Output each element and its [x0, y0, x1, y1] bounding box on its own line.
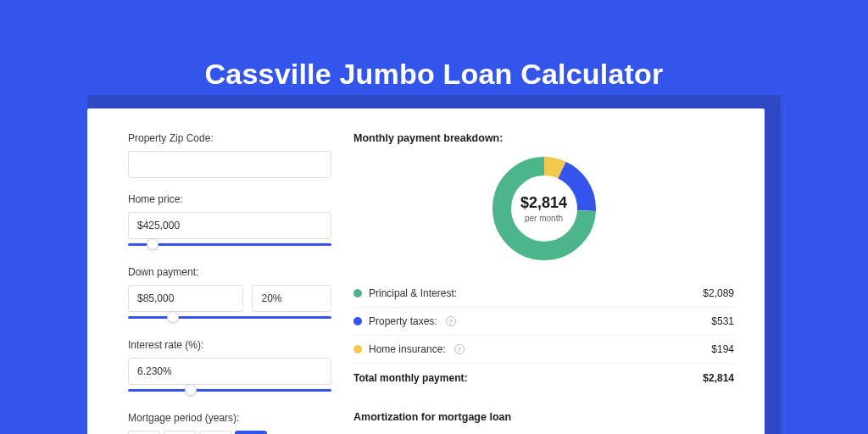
line-item-value: $194 — [711, 343, 734, 355]
info-icon[interactable]: ? — [454, 344, 465, 354]
line-item: Property taxes:?$531 — [353, 308, 734, 336]
price-input[interactable] — [128, 212, 331, 239]
period-group: Mortgage period (years): 10152030 — [128, 412, 331, 434]
line-item-label: Property taxes: — [369, 315, 437, 327]
down-percent-input[interactable] — [252, 285, 331, 312]
legend-dot — [353, 289, 362, 298]
line-item-label: Home insurance: — [369, 343, 446, 355]
payment-donut: $2,814 per month — [492, 156, 597, 261]
legend-dot — [353, 317, 362, 326]
page-title: Cassville Jumbo Loan Calculator — [0, 58, 868, 91]
rate-group: Interest rate (%): — [128, 339, 331, 397]
legend-dot — [353, 345, 362, 353]
down-slider-thumb[interactable] — [167, 311, 179, 323]
zip-label: Property Zip Code: — [128, 132, 331, 144]
period-button-20[interactable]: 20 — [199, 431, 231, 434]
line-item-value: $2,089 — [703, 287, 734, 299]
down-group: Down payment: — [128, 266, 331, 324]
amortization-title: Amortization for mortgage loan — [353, 411, 734, 423]
price-label: Home price: — [128, 193, 331, 205]
rate-input[interactable] — [128, 358, 331, 385]
down-amount-input[interactable] — [128, 285, 243, 312]
total-label: Total monthly payment: — [353, 372, 467, 384]
line-item-label: Principal & Interest: — [369, 287, 457, 299]
period-button-30[interactable]: 30 — [235, 431, 267, 434]
rate-label: Interest rate (%): — [128, 339, 331, 351]
donut-sub: per month — [525, 214, 563, 223]
price-slider-thumb[interactable] — [147, 238, 159, 250]
donut-amount: $2,814 — [520, 194, 567, 212]
period-button-10[interactable]: 10 — [128, 431, 160, 434]
rate-slider-thumb[interactable] — [185, 384, 197, 396]
breakdown-panel: Monthly payment breakdown: $2,814 per mo… — [353, 132, 734, 434]
breakdown-title: Monthly payment breakdown: — [353, 132, 734, 144]
info-icon[interactable]: ? — [446, 316, 456, 326]
line-item: Principal & Interest:$2,089 — [353, 280, 734, 308]
rate-slider-track[interactable] — [128, 389, 331, 392]
calculator-card: Property Zip Code: Home price: Down paym… — [87, 108, 765, 434]
line-items: Principal & Interest:$2,089Property taxe… — [353, 280, 734, 364]
total-row: Total monthly payment: $2,814 — [353, 364, 734, 398]
zip-group: Property Zip Code: — [128, 132, 331, 178]
period-button-15[interactable]: 15 — [164, 431, 196, 434]
down-slider-track[interactable] — [128, 316, 331, 319]
total-value: $2,814 — [703, 372, 734, 384]
down-label: Down payment: — [128, 266, 331, 278]
line-item: Home insurance:?$194 — [353, 336, 734, 364]
price-slider-track[interactable] — [128, 243, 331, 246]
zip-input[interactable] — [128, 151, 331, 178]
period-buttons: 10152030 — [128, 431, 331, 434]
inputs-panel: Property Zip Code: Home price: Down paym… — [128, 132, 331, 434]
period-label: Mortgage period (years): — [128, 412, 331, 424]
line-item-value: $531 — [711, 315, 734, 327]
price-group: Home price: — [128, 193, 331, 251]
